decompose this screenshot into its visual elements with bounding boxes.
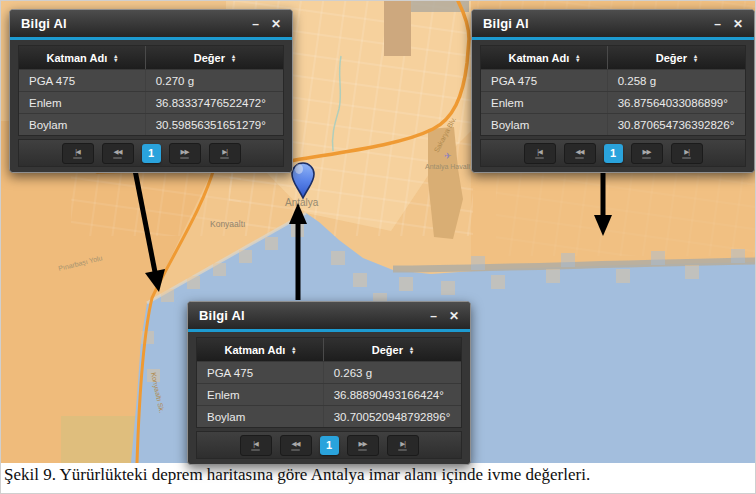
column-header-name[interactable]: Katman Adı ▴▾ (19, 46, 146, 69)
page-first-button[interactable]: |◀ (240, 435, 272, 456)
panel-titlebar[interactable]: Bilgi Al – ✕ (10, 10, 292, 37)
page-prev-button[interactable]: ◀◀ (280, 435, 312, 456)
column-header-label: Değer (656, 52, 687, 64)
pin-highlight (295, 164, 303, 174)
sort-icon[interactable]: ▴▾ (232, 54, 235, 62)
column-header-label: Katman Adı (224, 344, 285, 356)
airport-plane-icon: ✈ (444, 151, 452, 161)
cell-value: 36.83337476522472° (146, 92, 283, 113)
minimize-icon[interactable]: – (714, 18, 721, 30)
minimize-icon[interactable]: – (252, 18, 259, 30)
column-header-name[interactable]: Katman Adı ▴▾ (481, 46, 608, 69)
cell-layer-name: Enlem (481, 92, 608, 113)
land-scrub (61, 416, 141, 463)
sort-icon[interactable]: ▴▾ (576, 54, 579, 62)
info-panel-1: Bilgi Al – ✕ Katman Adı ▴▾ Değer ▴▾ (9, 9, 293, 173)
table-row[interactable]: PGA 475 0.270 g (19, 69, 283, 91)
attribute-table: Katman Adı ▴▾ Değer ▴▾ PGA 475 0.270 g E… (18, 45, 284, 136)
close-icon[interactable]: ✕ (271, 18, 281, 30)
page-first-button[interactable]: |◀ (62, 143, 94, 164)
table-header-row: Katman Adı ▴▾ Değer ▴▾ (197, 338, 461, 361)
table-row[interactable]: PGA 475 0.258 g (481, 69, 745, 91)
label-konyaalti: Konyaaltı (210, 219, 245, 229)
label-antalya: Antalya (285, 197, 319, 208)
page-number-button[interactable]: 1 (142, 144, 161, 163)
label-airport: Antalya Havali (425, 163, 470, 171)
cell-value: 0.270 g (146, 70, 283, 91)
column-header-value[interactable]: Değer ▴▾ (146, 46, 283, 69)
cell-value: 30.700520948792896° (324, 406, 461, 427)
column-header-name[interactable]: Katman Adı ▴▾ (197, 338, 324, 361)
landuse-patch (384, 1, 411, 56)
sort-icon[interactable]: ▴▾ (410, 346, 413, 354)
info-panel-2: Bilgi Al – ✕ Katman Adı ▴▾ Değer ▴▾ (471, 9, 755, 173)
page-prev-button[interactable]: ◀◀ (564, 143, 596, 164)
panel-title: Bilgi Al (21, 16, 67, 31)
attribute-table: Katman Adı ▴▾ Değer ▴▾ PGA 475 0.263 g E… (196, 337, 462, 428)
cell-value: 36.87564033086899° (608, 92, 745, 113)
cell-layer-name: Boylam (197, 406, 324, 427)
page-prev-button[interactable]: ◀◀ (102, 143, 134, 164)
table-header-row: Katman Adı ▴▾ Değer ▴▾ (19, 46, 283, 69)
page-number-button[interactable]: 1 (320, 436, 339, 455)
table-row[interactable]: Enlem 36.87564033086899° (481, 91, 745, 113)
table-header-row: Katman Adı ▴▾ Değer ▴▾ (481, 46, 745, 69)
table-row[interactable]: Boylam 30.700520948792896° (197, 405, 461, 427)
cell-layer-name: PGA 475 (197, 362, 324, 383)
panel-title: Bilgi Al (199, 308, 245, 323)
column-header-label: Değer (194, 52, 225, 64)
column-header-value[interactable]: Değer ▴▾ (608, 46, 745, 69)
pagination-bar: |◀ ◀◀ 1 ▶▶ ▶| (196, 431, 462, 459)
panel-titlebar[interactable]: Bilgi Al – ✕ (188, 302, 470, 329)
cell-layer-name: Boylam (19, 114, 146, 135)
cell-value: 30.59856351651279° (146, 114, 283, 135)
minimize-icon[interactable]: – (430, 310, 437, 322)
sort-icon[interactable]: ▴▾ (292, 346, 295, 354)
cell-value: 0.263 g (324, 362, 461, 383)
page-next-button[interactable]: ▶▶ (631, 143, 663, 164)
cell-value: 36.88890493166424° (324, 384, 461, 405)
panel-titlebar[interactable]: Bilgi Al – ✕ (472, 10, 754, 37)
cell-layer-name: PGA 475 (481, 70, 608, 91)
page-number-button[interactable]: 1 (604, 144, 623, 163)
sort-icon[interactable]: ▴▾ (114, 54, 117, 62)
table-row[interactable]: Enlem 36.88890493166424° (197, 383, 461, 405)
page-last-button[interactable]: ▶| (387, 435, 419, 456)
page-next-button[interactable]: ▶▶ (347, 435, 379, 456)
close-icon[interactable]: ✕ (733, 18, 743, 30)
cell-value: 30.870654736392826° (608, 114, 745, 135)
page-last-button[interactable]: ▶| (209, 143, 241, 164)
table-row[interactable]: Boylam 30.870654736392826° (481, 113, 745, 135)
table-row[interactable]: Enlem 36.83337476522472° (19, 91, 283, 113)
pagination-bar: |◀ ◀◀ 1 ▶▶ ▶| (18, 139, 284, 167)
table-row[interactable]: Boylam 30.59856351651279° (19, 113, 283, 135)
page-first-button[interactable]: |◀ (524, 143, 556, 164)
table-row[interactable]: PGA 475 0.263 g (197, 361, 461, 383)
column-header-label: Değer (372, 344, 403, 356)
column-header-label: Katman Adı (508, 52, 569, 64)
cell-value: 0.258 g (608, 70, 745, 91)
cell-layer-name: PGA 475 (19, 70, 146, 91)
page-next-button[interactable]: ▶▶ (169, 143, 201, 164)
cell-layer-name: Enlem (19, 92, 146, 113)
panel-body: Katman Adı ▴▾ Değer ▴▾ PGA 475 0.263 g E… (188, 332, 470, 464)
figure-caption: Şekil 9. Yürürlükteki deprem haritasına … (4, 465, 754, 485)
info-panel-3: Bilgi Al – ✕ Katman Adı ▴▾ Değer ▴▾ (187, 301, 471, 465)
column-header-value[interactable]: Değer ▴▾ (324, 338, 461, 361)
cell-layer-name: Boylam (481, 114, 608, 135)
panel-body: Katman Adı ▴▾ Değer ▴▾ PGA 475 0.258 g E… (472, 40, 754, 172)
sort-icon[interactable]: ▴▾ (694, 54, 697, 62)
column-header-label: Katman Adı (46, 52, 107, 64)
pagination-bar: |◀ ◀◀ 1 ▶▶ ▶| (480, 139, 746, 167)
panel-body: Katman Adı ▴▾ Değer ▴▾ PGA 475 0.270 g E… (10, 40, 292, 172)
screenshot-root: Kepez Antalya Konyaaltı Antalya Havali ✈… (0, 0, 756, 494)
page-last-button[interactable]: ▶| (671, 143, 703, 164)
close-icon[interactable]: ✕ (449, 310, 459, 322)
cell-layer-name: Enlem (197, 384, 324, 405)
panel-title: Bilgi Al (483, 16, 529, 31)
attribute-table: Katman Adı ▴▾ Değer ▴▾ PGA 475 0.258 g E… (480, 45, 746, 136)
